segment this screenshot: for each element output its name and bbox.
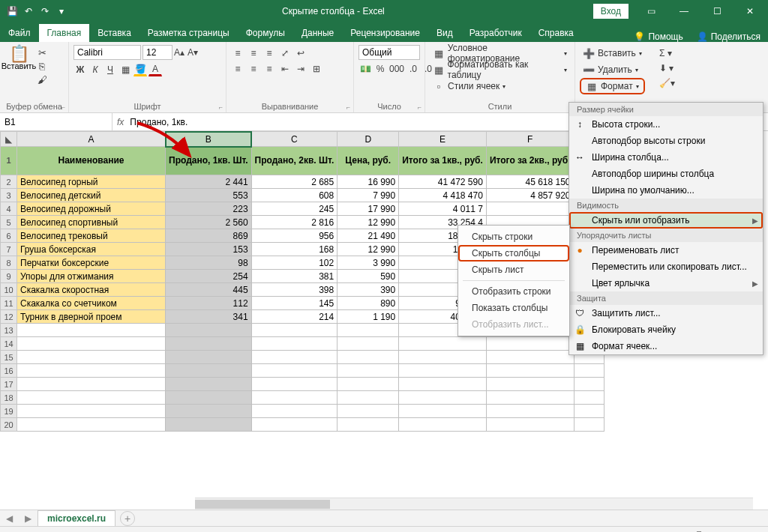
cell[interactable]: 590 — [338, 270, 399, 283]
cell[interactable]: 12 990 — [338, 216, 399, 229]
number-format[interactable]: Общий — [358, 45, 420, 60]
cell[interactable] — [574, 391, 604, 405]
row-header[interactable]: 16 — [1, 364, 17, 378]
cell[interactable] — [166, 337, 252, 351]
menu-rename-sheet[interactable]: ●Переименовать лист — [569, 242, 763, 259]
cell[interactable] — [574, 364, 604, 378]
cell[interactable]: Упоры для отжимания — [17, 270, 166, 283]
cell[interactable] — [17, 351, 166, 364]
cell[interactable] — [486, 405, 574, 418]
menu-autofit-row[interactable]: Автоподбор высоты строки — [569, 133, 763, 149]
cell[interactable] — [338, 351, 399, 364]
font-color-icon[interactable]: A — [148, 63, 162, 76]
insert-cells-button[interactable]: ➕Вставить▾ — [580, 45, 645, 61]
cell[interactable] — [17, 324, 166, 337]
cell[interactable]: 553 — [166, 189, 252, 202]
cell[interactable]: 398 — [251, 283, 338, 297]
minimize-icon[interactable]: — — [669, 1, 699, 22]
cell[interactable]: 112 — [166, 297, 252, 310]
cell[interactable] — [338, 324, 399, 337]
cell[interactable] — [251, 364, 338, 378]
cell[interactable]: 4 418 470 — [399, 189, 487, 202]
tab-formulas[interactable]: Формулы — [238, 24, 293, 42]
cell[interactable] — [338, 391, 399, 405]
name-box[interactable]: B1 — [0, 113, 112, 130]
menu-hide-unhide[interactable]: Скрыть или отобразить▶ — [569, 212, 763, 229]
cell[interactable] — [17, 391, 166, 405]
submenu-unhide-columns[interactable]: Показать столбцы — [458, 300, 569, 316]
submenu-hide-rows[interactable]: Скрыть строки — [458, 229, 569, 245]
cell-styles-button[interactable]: ▫Стили ячеек▾ — [430, 78, 508, 94]
menu-lock-cell[interactable]: 🔒Блокировать ячейку — [569, 321, 763, 338]
copy-icon[interactable]: ⎘ — [36, 60, 48, 72]
cell[interactable] — [399, 418, 487, 432]
cell[interactable]: 45 618 150 — [486, 175, 574, 189]
col-header-a[interactable]: A — [17, 132, 166, 147]
row-header[interactable]: 13 — [1, 324, 17, 337]
row-header[interactable]: 3 — [1, 189, 17, 202]
menu-move-copy[interactable]: Переместить или скопировать лист... — [569, 259, 763, 275]
menu-autofit-col[interactable]: Автоподбор ширины столбца — [569, 166, 763, 182]
increase-font-icon[interactable]: A▴ — [172, 46, 186, 59]
cell[interactable] — [574, 405, 604, 418]
cell[interactable] — [338, 418, 399, 432]
tab-layout[interactable]: Разметка страницы — [140, 24, 238, 42]
maximize-icon[interactable]: ☐ — [702, 1, 732, 22]
menu-row-height[interactable]: ↕Высота строки... — [569, 116, 763, 133]
wrap-text-icon[interactable]: ↩ — [294, 46, 308, 60]
cell[interactable]: Скакалка скоростная — [17, 283, 166, 297]
select-all-corner[interactable]: ◣ — [1, 132, 17, 147]
cell[interactable]: Велосипед дорожный — [17, 202, 166, 216]
row-header[interactable]: 4 — [1, 202, 17, 216]
cell[interactable]: Велосипед детский — [17, 189, 166, 202]
col-header-b[interactable]: B — [166, 132, 252, 147]
cell[interactable] — [251, 418, 338, 432]
cell[interactable] — [574, 378, 604, 391]
comma-icon[interactable]: 000 — [388, 62, 405, 76]
row-header[interactable]: 17 — [1, 378, 17, 391]
cell[interactable]: 890 — [338, 297, 399, 310]
cell[interactable] — [486, 337, 574, 351]
format-as-table-button[interactable]: ▦Форматировать как таблицу▾ — [430, 61, 570, 78]
underline-button[interactable]: Ч — [104, 63, 117, 76]
ribbon-display-icon[interactable]: ▭ — [636, 1, 666, 22]
redo-icon[interactable]: ↷ — [39, 5, 51, 17]
cell[interactable] — [17, 337, 166, 351]
delete-cells-button[interactable]: ➖Удалить▾ — [580, 61, 641, 78]
tab-view[interactable]: Вид — [428, 24, 461, 42]
cell[interactable] — [338, 378, 399, 391]
horizontal-scrollbar[interactable] — [195, 498, 753, 510]
row-header[interactable]: 18 — [1, 391, 17, 405]
align-left-icon[interactable]: ≡ — [231, 62, 244, 76]
cut-icon[interactable]: ✂ — [36, 46, 48, 58]
row-header[interactable]: 6 — [1, 229, 17, 243]
cell[interactable] — [399, 405, 487, 418]
cell[interactable] — [486, 418, 574, 432]
tab-help[interactable]: Справка — [530, 24, 582, 42]
row-header[interactable]: 7 — [1, 243, 17, 256]
tab-insert[interactable]: Вставка — [89, 24, 140, 42]
bold-button[interactable]: Ж — [74, 63, 87, 76]
row-header[interactable]: 5 — [1, 216, 17, 229]
fx-icon[interactable]: fx — [117, 117, 124, 127]
sheet-nav-prev-icon[interactable]: ◀ — [0, 513, 19, 524]
share-button[interactable]: Поделиться — [711, 31, 760, 42]
font-name[interactable]: Calibri — [74, 45, 141, 60]
add-sheet-button[interactable]: + — [120, 511, 135, 526]
row-header[interactable]: 1 — [1, 147, 17, 175]
cell[interactable]: Продано, 2кв. Шт. — [251, 147, 338, 175]
orientation-icon[interactable]: ⤢ — [278, 46, 292, 60]
cell[interactable]: Велосипед спортивный — [17, 216, 166, 229]
cell[interactable] — [399, 364, 487, 378]
menu-protect-sheet[interactable]: 🛡Защитить лист... — [569, 305, 763, 321]
cell[interactable] — [251, 324, 338, 337]
cell[interactable] — [166, 364, 252, 378]
tell-me[interactable]: Помощь — [648, 31, 682, 42]
autosum-icon[interactable]: Σ ▾ — [658, 46, 673, 60]
cell[interactable]: 390 — [338, 283, 399, 297]
cell[interactable] — [338, 337, 399, 351]
tab-data[interactable]: Данные — [293, 24, 342, 42]
cell[interactable] — [17, 405, 166, 418]
tab-review[interactable]: Рецензирование — [342, 24, 428, 42]
cell[interactable] — [166, 405, 252, 418]
